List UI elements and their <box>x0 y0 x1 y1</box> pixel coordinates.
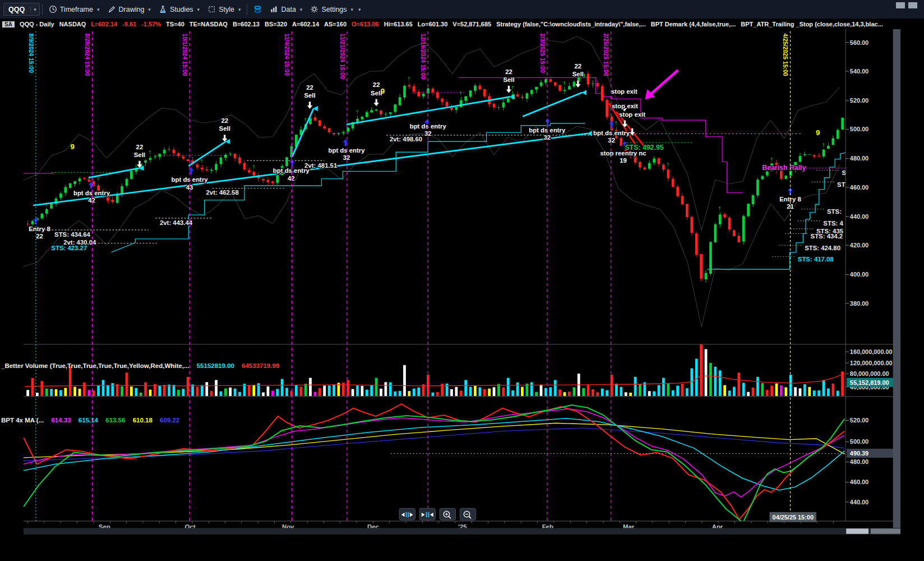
entry-count: 22 <box>36 233 43 240</box>
layers-button[interactable] <box>250 3 266 15</box>
toolbar-overflow-chevron[interactable]: ▾ <box>358 7 361 12</box>
zoom-out-button[interactable] <box>460 508 475 520</box>
volume-bar <box>220 392 223 396</box>
volume-bar <box>728 390 731 396</box>
volume-bar <box>314 392 317 396</box>
candle-body <box>742 216 745 241</box>
window-button[interactable] <box>908 2 917 8</box>
quote-field: Hi=613.65 <box>384 21 413 27</box>
candle-body <box>78 178 81 181</box>
demark-nine-label: 9 <box>71 142 75 151</box>
volume-bar <box>474 386 477 396</box>
chevron-down-icon[interactable]: ▾ <box>30 7 39 12</box>
chart-canvas[interactable]: ††††††††††††††††22Sell22Sell22Sell22Sell… <box>0 29 924 561</box>
ma-legend-value: 614.33 <box>51 417 71 424</box>
volume-bar <box>719 370 722 396</box>
volume-bar <box>417 388 420 396</box>
chart-area[interactable]: ††††††††††††††††22Sell22Sell22Sell22Sell… <box>0 29 924 561</box>
pivot-marker: † <box>201 159 204 164</box>
volume-bar <box>130 387 133 396</box>
candle-body <box>285 157 288 166</box>
sell-count-label: 22 <box>221 117 228 124</box>
price-axis-label: 540.00 <box>850 68 868 75</box>
volume-bar <box>59 390 62 396</box>
price-axis-label: 440.00 <box>850 213 868 220</box>
candle-body <box>719 214 722 224</box>
volume-bar <box>229 388 232 396</box>
style-button[interactable]: Style ▾ <box>204 3 244 15</box>
candle-body <box>399 97 401 105</box>
volume-bar <box>686 388 689 396</box>
volume-bar <box>634 377 637 396</box>
candle-body <box>40 214 43 218</box>
horizontal-scrollbar-segment[interactable] <box>871 528 900 534</box>
timeframe-label: Timeframe <box>60 6 93 13</box>
volume-bar <box>163 385 166 396</box>
settings-button[interactable]: Settings ▾ <box>306 3 357 15</box>
clock-icon <box>49 5 57 13</box>
edge-sts-label: ST <box>837 181 846 188</box>
volume-bar <box>299 387 302 396</box>
demark-nine-label: 9 <box>816 128 820 137</box>
volume-bar <box>116 384 119 396</box>
candle-body <box>676 187 679 196</box>
candle-body <box>267 180 270 182</box>
level-label: Bearish Rally <box>762 164 806 172</box>
window-button[interactable] <box>896 2 905 8</box>
edge-sts-label: STS: 434.2 <box>811 233 843 240</box>
stop-exit-label: stop exit <box>612 103 638 109</box>
compress-button-bg[interactable] <box>399 508 415 520</box>
candle-body <box>502 103 505 108</box>
data-button[interactable]: Data ▾ <box>266 3 306 15</box>
candle-body <box>215 164 218 170</box>
candle-body <box>149 158 152 160</box>
candle-body <box>121 186 123 194</box>
sell-count-label: 22 <box>136 144 144 150</box>
timeframe-button[interactable]: Timeframe ▾ <box>45 3 104 15</box>
horizontal-scrollbar-track[interactable] <box>24 528 900 534</box>
volume-bar <box>276 389 279 396</box>
horizontal-scrollbar-thumb[interactable] <box>846 528 868 534</box>
volume-bar <box>803 384 806 396</box>
volume-bar <box>394 392 396 396</box>
ma-axis-label: 460.00 <box>850 479 868 485</box>
volume-bar <box>488 389 491 396</box>
sell-label: Sell <box>503 76 514 83</box>
candle-body <box>733 231 736 237</box>
ma-axis-label: 500.00 <box>850 438 868 445</box>
volume-bar <box>625 392 627 396</box>
studies-button[interactable]: Studies ▾ <box>155 3 204 15</box>
drawing-button[interactable]: Drawing ▾ <box>104 3 155 15</box>
volume-bar <box>606 390 608 396</box>
settings-label: Settings <box>321 6 346 13</box>
level-label: 2vt: 443.44 <box>160 219 193 226</box>
expand-bars-button[interactable] <box>419 508 435 520</box>
compress-bars-button[interactable] <box>399 508 415 520</box>
bpt-entry-label: bpt ds entry <box>73 190 110 196</box>
pivot-marker: † <box>252 164 255 170</box>
candle-body <box>441 99 443 102</box>
candle-body <box>686 204 689 217</box>
candle-body <box>493 104 496 107</box>
zoom-in-button[interactable] <box>440 508 455 520</box>
chevron-down-icon: ▾ <box>197 7 200 12</box>
candle-body <box>808 154 811 155</box>
volume-bar <box>173 385 175 396</box>
volume-bar <box>479 387 482 396</box>
volume-bar <box>187 377 190 396</box>
ma-axis-label: 480.00 <box>850 458 868 465</box>
candle-body <box>554 82 557 86</box>
volume-bar <box>135 388 137 396</box>
candle-body <box>87 180 90 181</box>
volume-bar <box>413 389 415 396</box>
candle-body <box>483 89 486 96</box>
volume-bar <box>40 381 43 396</box>
date-marker-label: 12/19/2024 15:00 <box>420 34 426 80</box>
bars <box>426 512 427 517</box>
volume-bar <box>572 387 575 396</box>
candle-body <box>45 209 48 214</box>
stop-exit-label: stop exit <box>619 111 645 118</box>
volume-bar <box>191 384 194 396</box>
symbol-input[interactable]: QQQ ▾ <box>3 3 40 16</box>
candle-body <box>26 224 29 224</box>
